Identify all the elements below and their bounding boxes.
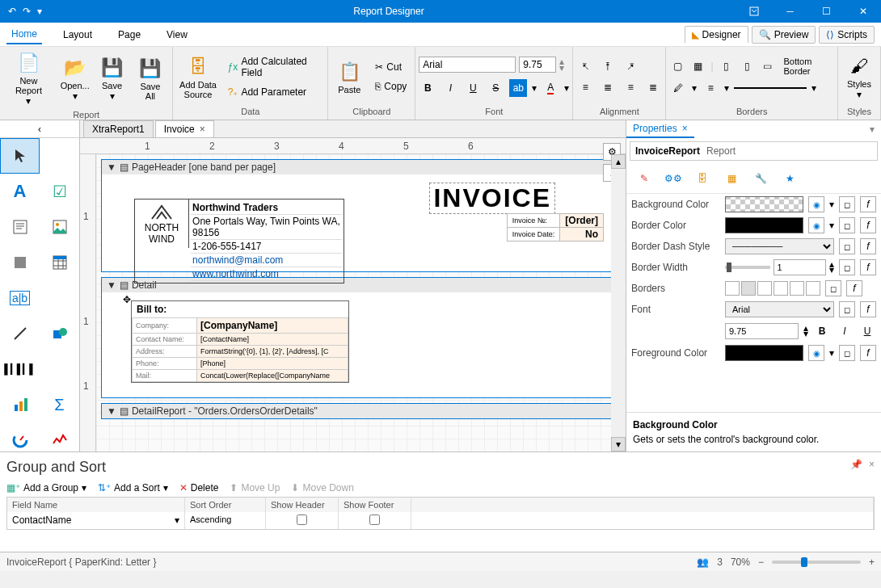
charactercomb-tool[interactable]: a|b [0, 280, 40, 316]
prop-font-name[interactable]: Arial [725, 301, 834, 317]
border-width-button[interactable]: ≡ [702, 79, 719, 97]
label-tool[interactable]: A [0, 174, 40, 209]
collapse-icon[interactable]: ▼ [107, 279, 116, 291]
border-color-button[interactable]: 🖉 [669, 79, 687, 97]
border-color-swatch[interactable] [725, 217, 803, 233]
font-name-input[interactable] [419, 57, 516, 73]
fg-color-swatch[interactable] [725, 345, 803, 361]
picture-tool[interactable] [40, 209, 79, 245]
toolbox-collapse-button[interactable]: ‹ [0, 120, 80, 138]
prop-tab-favorites-icon[interactable]: ★ [780, 169, 799, 188]
doc-tab-2[interactable]: Invoice× [155, 120, 214, 137]
checkbox-tool[interactable]: ☑ [40, 174, 79, 209]
border-style-preview[interactable] [734, 87, 807, 89]
styles-button[interactable]: 🖌Styles▾ [841, 52, 877, 102]
align-j[interactable]: ≣ [644, 78, 662, 96]
bg-color-swatch[interactable] [725, 196, 803, 212]
border-none[interactable]: ▢ [669, 57, 685, 75]
italic-button[interactable]: I [441, 79, 459, 97]
save-all-button[interactable]: 💾Save All [132, 54, 170, 103]
collapse-icon[interactable]: ▼ [107, 405, 116, 417]
zoom-slider[interactable] [772, 561, 861, 564]
font-color-dropdown[interactable]: ▾ [564, 82, 569, 94]
richtext-tool[interactable] [0, 209, 40, 245]
tab-view[interactable]: View [162, 26, 192, 44]
cut-button[interactable]: ✂Cut [370, 60, 411, 74]
invoice-meta-table[interactable]: Invoice №:[Order] Invoice Date:No [507, 213, 604, 242]
prop-tab-misc-icon[interactable]: 🔧 [751, 169, 770, 188]
open-button[interactable]: 📂Open...▾ [57, 53, 93, 103]
company-logo[interactable]: NORTHWIND [135, 200, 189, 248]
prop-tab-layout-icon[interactable]: ▦ [722, 169, 741, 188]
scroll-down-icon[interactable]: ▾ [611, 437, 626, 452]
highlight-dropdown[interactable]: ▾ [532, 82, 537, 94]
add-data-source-button[interactable]: 🗄Add Data Source [176, 52, 219, 101]
company-info[interactable]: Northwind Traders One Portals Way, Twin … [189, 200, 344, 283]
pointer-tool[interactable] [0, 138, 40, 174]
designer-canvas[interactable]: 123 456 1 1 1 ▼▤PageHeader [one band per… [80, 138, 626, 452]
vertical-scrollbar[interactable]: ▴ ▾ [611, 154, 626, 452]
invoice-title-label[interactable]: INVOICE [429, 183, 555, 214]
font-size-input[interactable] [519, 57, 556, 73]
save-button[interactable]: 💾Save▾ [95, 53, 128, 103]
collapse-icon[interactable]: ▼ [107, 162, 116, 173]
move-handle-icon[interactable]: ✥ [123, 294, 131, 305]
users-icon[interactable]: 👥 [697, 556, 709, 568]
close-button[interactable]: ✕ [845, 0, 881, 23]
band-detailreport[interactable]: ▼▤DetailReport - "Orders.OrdersOrderDeta… [101, 403, 621, 419]
show-header-checkbox[interactable] [297, 514, 307, 525]
ribbon-minimize-icon[interactable] [736, 0, 772, 23]
bg-color-picker-icon[interactable]: ◉ [808, 196, 824, 212]
chart-tool[interactable] [0, 387, 40, 422]
view-designer[interactable]: ◣Designer [685, 26, 748, 44]
shape-tool[interactable] [40, 316, 79, 351]
expression-icon[interactable]: f [860, 196, 876, 212]
border-width-slider[interactable] [725, 266, 770, 269]
border-width-input[interactable] [774, 259, 827, 275]
doc-tab-1[interactable]: XtraReport1 [83, 120, 154, 137]
paste-button[interactable]: 📋Paste [331, 57, 367, 96]
border-left-half[interactable]: ▯ [719, 57, 735, 75]
billto-table[interactable]: Bill to: Company:[CompanyName] Contact N… [131, 300, 349, 383]
minimize-button[interactable]: ─ [772, 0, 808, 23]
delete-button[interactable]: ✕Delete [179, 482, 219, 494]
close-panel-icon[interactable]: × [682, 123, 688, 134]
border-right-half[interactable]: ▯ [739, 57, 755, 75]
copy-button[interactable]: ⎘Copy [370, 79, 411, 94]
border-dash-select[interactable]: ──────── [725, 238, 834, 254]
selection-combo[interactable]: InvoiceReportReport [630, 141, 878, 161]
add-parameter-button[interactable]: ?₊Add Parameter [223, 85, 325, 99]
prop-underline[interactable]: U [858, 322, 876, 340]
close-gs-icon[interactable]: × [869, 459, 875, 470]
close-tab-icon[interactable]: × [200, 124, 205, 135]
properties-tab[interactable]: Properties× [626, 120, 694, 138]
redo-icon[interactable]: ↷ [23, 6, 31, 17]
align-tr[interactable]: ⭷ [622, 57, 639, 75]
show-footer-checkbox[interactable] [369, 514, 380, 525]
view-scripts[interactable]: ⟨⟩Scripts [819, 26, 875, 44]
panel-tool[interactable] [0, 245, 40, 280]
zoom-out-button[interactable]: − [758, 556, 764, 568]
prop-bold[interactable]: B [813, 322, 831, 340]
tab-home[interactable]: Home [6, 25, 42, 44]
zoom-in-button[interactable]: + [869, 556, 875, 568]
table-row[interactable]: ContactName▾ Ascending [7, 512, 874, 529]
prop-tab-appearance-icon[interactable]: ✎ [634, 169, 654, 188]
add-calc-field-button[interactable]: ƒxAdd Calculated Field [223, 54, 325, 80]
scroll-up-icon[interactable]: ▴ [611, 154, 626, 169]
sigma-tool[interactable]: Σ [40, 387, 79, 422]
band-detail[interactable]: ▼▤Detail ✥ Bill to: Company:[CompanyName… [101, 277, 621, 398]
border-top-half[interactable]: ▭ [760, 57, 776, 75]
panel-menu-icon[interactable]: ▾ [870, 124, 881, 135]
prop-tab-behavior-icon[interactable]: ⚙⚙ [664, 169, 683, 188]
borders-editor[interactable] [725, 281, 820, 296]
align-tc[interactable]: ⭱ [599, 57, 617, 75]
maximize-button[interactable]: ☐ [808, 0, 845, 23]
align-l[interactable]: ≡ [576, 78, 594, 96]
move-down-button[interactable]: ⬇Move Down [291, 482, 353, 494]
border-color-picker-icon[interactable]: ◉ [808, 217, 824, 233]
tab-page[interactable]: Page [113, 26, 145, 44]
line-tool[interactable] [0, 316, 40, 351]
reset-icon[interactable]: ◻ [839, 196, 855, 212]
underline-button[interactable]: U [464, 79, 482, 97]
